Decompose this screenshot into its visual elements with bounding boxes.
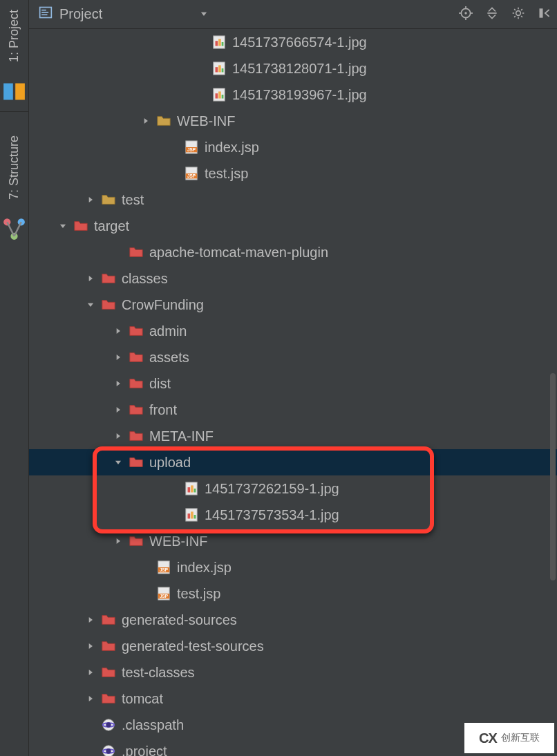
chevron-right-icon[interactable] [84,614,97,626]
svg-rect-39 [188,487,191,492]
settings-icon[interactable] [511,6,525,23]
jsp-icon: JSP [184,140,199,155]
chevron-right-icon[interactable] [112,377,124,390]
project-panel-title: Project [59,6,102,22]
chevron-down-icon[interactable] [112,456,124,469]
arrow-placeholder [140,561,152,574]
folder-o-icon [156,113,171,129]
arrow-placeholder [195,88,207,101]
tree-row-label: generated-sources [122,607,237,633]
tree-row[interactable]: test [29,187,557,213]
tree-row[interactable]: CrowFunding [29,292,557,318]
tree-row[interactable]: 1451738128071-1.jpg [29,55,557,82]
tree-row[interactable]: target [29,213,557,239]
chevron-right-icon[interactable] [112,404,124,416]
project-panel-header: Project [29,0,557,29]
chevron-right-icon[interactable] [112,351,124,363]
tree-row[interactable]: front [29,397,557,423]
tree-row[interactable]: test-classes [29,659,557,686]
tree-row-label: test-classes [122,659,195,686]
tree-row-label: assets [149,344,189,370]
tree-row[interactable]: JSPindex.jsp [29,554,557,580]
tree-row[interactable]: apache-tomcat-maven-plugin [29,239,557,265]
svg-point-57 [106,748,111,753]
tree-row[interactable]: 1451737666574-1.jpg [29,29,557,55]
tree-row[interactable]: 1451737262159-1.jpg [29,475,557,502]
folder-r-icon [129,376,144,391]
chevron-right-icon[interactable] [84,666,97,679]
svg-rect-8 [41,10,46,11]
tree-row-label: test.jsp [177,580,220,607]
chevron-right-icon[interactable] [112,325,124,337]
svg-rect-9 [41,12,48,13]
img-icon [211,35,227,50]
arrow-placeholder [167,141,180,153]
tree-row[interactable]: JSPtest.jsp [29,580,557,607]
tree-row[interactable]: 1451737573534-1.jpg [29,502,557,528]
svg-text:JSP: JSP [187,173,196,178]
tree-row-label: admin [149,318,187,344]
img-icon [184,481,199,496]
tree-row[interactable]: WEB-INF [29,528,557,554]
svg-rect-29 [216,93,218,98]
project-tree[interactable]: 1451737666574-1.jpg1451738128071-1.jpg14… [29,29,557,756]
svg-rect-43 [188,513,191,518]
tree-row[interactable]: generated-sources [29,607,557,633]
chevron-right-icon[interactable] [84,640,97,652]
database-tool-icon[interactable] [0,72,28,111]
chevron-right-icon[interactable] [140,115,152,127]
arrow-placeholder [84,745,97,756]
folder-r-icon [129,455,144,470]
locate-icon[interactable] [459,6,473,23]
tree-row[interactable]: JSPtest.jsp [29,160,557,187]
chevron-down-icon[interactable] [57,220,69,232]
tree-row[interactable]: admin [29,318,557,344]
tree-row[interactable]: generated-test-sources [29,633,557,659]
folder-r-icon [101,612,116,627]
view-mode-dropdown[interactable] [199,6,209,22]
tree-row[interactable]: dist [29,370,557,397]
folder-r-icon [73,218,88,234]
tree-row[interactable]: assets [29,344,557,370]
folder-r-icon [101,271,116,286]
svg-point-12 [464,12,466,14]
chevron-right-icon[interactable] [112,535,124,547]
collapse-all-icon[interactable] [485,6,499,23]
arrow-placeholder [112,246,124,258]
tree-row-label: generated-test-sources [122,633,264,659]
tree-row[interactable]: 1451738193967-1.jpg [29,82,557,108]
tree-row[interactable]: JSPindex.jsp [29,134,557,160]
tree-row[interactable]: upload [29,449,557,475]
chevron-right-icon[interactable] [84,272,97,285]
tree-row[interactable]: tomcat [29,686,557,712]
tree-row-label: CrowFunding [122,292,204,318]
tree-row[interactable]: META-INF [29,423,557,449]
arrow-placeholder [195,62,207,75]
folder-r-icon [129,323,144,339]
structure-tool-icon[interactable] [0,209,28,249]
folder-r-icon [129,402,144,417]
svg-rect-0 [3,84,13,100]
jsp-icon: JSP [184,166,199,181]
tree-row-label: 1451737666574-1.jpg [232,29,367,55]
svg-rect-31 [222,95,224,99]
tree-row[interactable]: classes [29,265,557,292]
chevron-down-icon[interactable] [84,299,97,311]
tree-row[interactable]: WEB-INF [29,108,557,134]
svg-rect-22 [218,39,221,46]
svg-rect-41 [194,489,196,493]
arrow-placeholder [167,167,180,180]
svg-rect-25 [216,67,218,72]
folder-r-icon [129,245,144,260]
structure-tool-button[interactable]: 7: Structure [7,126,21,209]
svg-rect-40 [191,485,193,492]
chevron-right-icon[interactable] [84,193,97,206]
tree-row-label: test.jsp [205,160,248,187]
chevron-right-icon[interactable] [84,692,97,705]
scrollbar-thumb[interactable] [550,373,556,580]
project-tool-button[interactable]: 1: Project [7,0,21,72]
hide-panel-icon[interactable] [538,6,551,23]
chevron-right-icon[interactable] [112,430,124,442]
tree-row-label: dist [149,370,171,397]
jsp-icon: JSP [156,586,171,601]
